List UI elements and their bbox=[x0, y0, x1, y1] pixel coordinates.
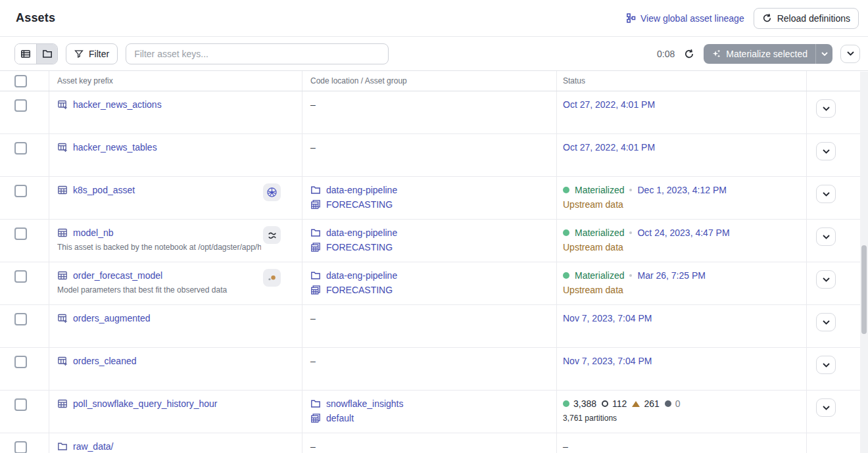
reload-icon bbox=[762, 13, 772, 23]
asset-key-cell: hacker_news_tables bbox=[49, 134, 302, 176]
code-location-dash: – bbox=[310, 356, 556, 366]
sparkle-icon bbox=[711, 49, 721, 59]
filter-button-label: Filter bbox=[89, 49, 109, 59]
select-all-checkbox[interactable] bbox=[14, 75, 27, 87]
row-checkbox[interactable] bbox=[14, 142, 27, 155]
filter-button[interactable]: Filter bbox=[66, 43, 118, 64]
lineage-icon bbox=[626, 13, 636, 23]
view-global-asset-lineage-link[interactable]: View global asset lineage bbox=[626, 13, 744, 24]
code-location-dash: – bbox=[310, 99, 556, 110]
refresh-button[interactable] bbox=[683, 47, 696, 60]
noteable-icon bbox=[267, 230, 277, 241]
asset-key-link[interactable]: poll_snowflake_query_history_hour bbox=[73, 398, 217, 409]
column-header-asset-key-prefix: Asset key prefix bbox=[49, 71, 302, 91]
row-expand-button[interactable] bbox=[816, 313, 836, 331]
materialize-options-caret[interactable] bbox=[815, 44, 832, 64]
status-timestamp-link[interactable]: Nov 7, 2023, 7:04 PM bbox=[563, 356, 652, 366]
row-checkbox[interactable] bbox=[14, 313, 27, 325]
materialized-dot-icon bbox=[563, 272, 569, 279]
row-expand-button[interactable] bbox=[816, 227, 836, 246]
asset-key-cell: orders_cleaned bbox=[49, 348, 302, 390]
table-row: model_nb This asset is backed by the not… bbox=[0, 220, 868, 262]
row-expand-button[interactable] bbox=[816, 398, 836, 417]
status-dash: – bbox=[563, 441, 806, 452]
table-plus-icon bbox=[57, 356, 68, 366]
select-all-cell bbox=[0, 71, 49, 91]
code-location-link[interactable]: data-eng-pipeline bbox=[310, 270, 556, 281]
asset-key-link[interactable]: k8s_pod_asset bbox=[73, 185, 135, 195]
asset-key-link[interactable]: order_forecast_model bbox=[73, 270, 162, 281]
status-cell: Materialized Dec 1, 2023, 4:12 PM Upstre… bbox=[556, 177, 806, 219]
asset-group-icon bbox=[310, 285, 321, 295]
chevron-down-icon bbox=[823, 192, 830, 197]
status-cell: Nov 7, 2023, 7:04 PM bbox=[556, 348, 806, 390]
status-cell: Materialized Oct 24, 2023, 4:47 PM Upstr… bbox=[556, 220, 806, 262]
row-checkbox[interactable] bbox=[14, 398, 27, 411]
reload-definitions-button[interactable]: Reload definitions bbox=[754, 8, 859, 29]
materialized-status: Materialized Mar 26, 7:25 PM bbox=[563, 270, 806, 281]
asset-search-input[interactable] bbox=[126, 43, 389, 64]
asset-group-icon bbox=[310, 242, 321, 252]
asset-group-link[interactable]: default bbox=[310, 413, 556, 423]
table-plus-icon bbox=[57, 99, 68, 110]
row-checkbox[interactable] bbox=[14, 441, 27, 453]
status-cell: Materialized Mar 26, 7:25 PM Upstream da… bbox=[556, 262, 806, 304]
view-toggle-table-button[interactable] bbox=[15, 44, 36, 64]
code-location-dash: – bbox=[310, 313, 556, 323]
expand-options-button[interactable] bbox=[840, 45, 860, 63]
row-checkbox[interactable] bbox=[14, 227, 27, 240]
code-location-link[interactable]: data-eng-pipeline bbox=[310, 185, 556, 195]
table-row: k8s_pod_asset data-eng-pipeline FORECAST… bbox=[0, 177, 868, 220]
materialize-selected-button[interactable]: Materialize selected bbox=[704, 44, 815, 64]
code-location-dash: – bbox=[310, 142, 556, 153]
row-expand-button[interactable] bbox=[816, 99, 836, 118]
partition-failed-triangle bbox=[632, 401, 640, 407]
row-expand-button[interactable] bbox=[816, 185, 836, 203]
code-location-cell: data-eng-pipeline FORECASTING bbox=[302, 262, 556, 304]
row-expand-button[interactable] bbox=[816, 270, 836, 289]
asset-group-link[interactable]: FORECASTING bbox=[310, 285, 556, 295]
asset-key-link[interactable]: hacker_news_tables bbox=[73, 142, 157, 153]
status-timestamp-link[interactable]: Dec 1, 2023, 4:12 PM bbox=[637, 185, 726, 195]
table-header-row: Asset key prefix Code location / Asset g… bbox=[0, 71, 868, 91]
row-checkbox[interactable] bbox=[14, 99, 27, 112]
row-checkbox-cell bbox=[0, 91, 49, 133]
asset-key-link[interactable]: raw_data/ bbox=[73, 441, 113, 452]
status-timestamp-link[interactable]: Mar 26, 7:25 PM bbox=[637, 270, 706, 281]
status-timestamp-link[interactable]: Oct 24, 2023, 4:47 PM bbox=[637, 227, 729, 238]
row-checkbox[interactable] bbox=[14, 185, 27, 197]
row-checkbox-cell bbox=[0, 433, 49, 453]
status-timestamp-link[interactable]: Oct 27, 2022, 4:01 PM bbox=[563, 99, 655, 110]
folder-view-icon bbox=[42, 49, 53, 59]
chevron-down-icon bbox=[823, 149, 830, 154]
view-toggle-folder-button[interactable] bbox=[36, 44, 57, 64]
code-location-link[interactable]: data-eng-pipeline bbox=[310, 227, 556, 238]
asset-key-cell: order_forecast_model Model parameters th… bbox=[49, 262, 302, 304]
row-checkbox-cell bbox=[0, 348, 49, 390]
materialized-label: Materialized bbox=[575, 270, 624, 281]
scrollbar-track[interactable] bbox=[860, 72, 868, 453]
code-location-link[interactable]: snowflake_insights bbox=[310, 398, 556, 409]
scrollbar-thumb[interactable] bbox=[861, 245, 867, 334]
row-expand-button[interactable] bbox=[816, 142, 836, 160]
row-checkbox[interactable] bbox=[14, 270, 27, 283]
row-actions-cell bbox=[806, 348, 868, 390]
status-timestamp-link[interactable]: Nov 7, 2023, 7:04 PM bbox=[563, 313, 652, 323]
code-location-cell: – bbox=[302, 348, 556, 390]
materialize-split-button: Materialize selected bbox=[704, 44, 832, 64]
refresh-timer: 0:08 bbox=[657, 49, 675, 59]
status-cell: Nov 7, 2023, 7:04 PM bbox=[556, 305, 806, 347]
asset-key-link[interactable]: hacker_news_actions bbox=[73, 99, 162, 110]
row-expand-button[interactable] bbox=[816, 356, 836, 374]
header-actions: View global asset lineage Reload definit… bbox=[626, 8, 859, 29]
row-checkbox[interactable] bbox=[14, 356, 27, 368]
asset-key-link[interactable]: orders_augmented bbox=[73, 313, 151, 323]
asset-key-link[interactable]: orders_cleaned bbox=[73, 356, 137, 366]
code-location-folder-icon bbox=[310, 185, 321, 195]
asset-key-link[interactable]: model_nb bbox=[73, 227, 114, 238]
asset-group-link[interactable]: FORECASTING bbox=[310, 242, 556, 252]
status-timestamp-link[interactable]: Oct 27, 2022, 4:01 PM bbox=[563, 142, 655, 153]
asset-group-link[interactable]: FORECASTING bbox=[310, 199, 556, 210]
table-icon bbox=[57, 398, 68, 409]
row-actions-cell bbox=[806, 391, 868, 433]
